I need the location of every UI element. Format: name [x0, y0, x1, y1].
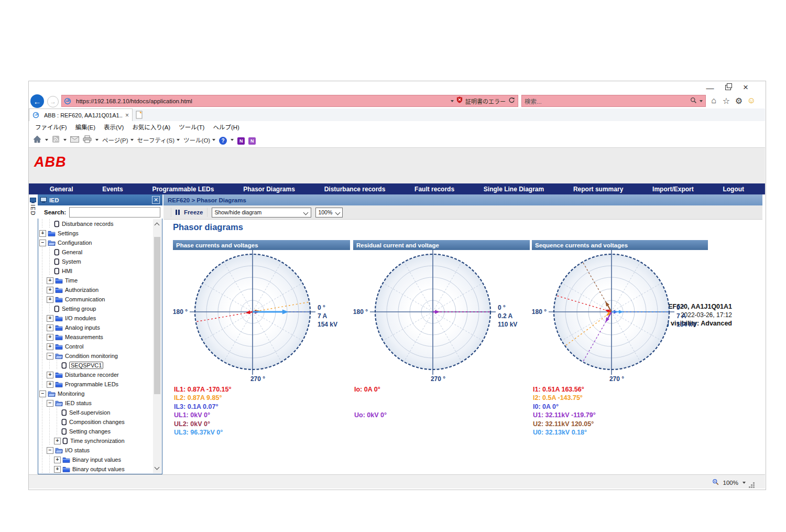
tools-menu[interactable]: ツール(O): [183, 136, 215, 144]
tree-item-time-synchronization[interactable]: +Time synchronization: [39, 436, 152, 446]
nav-item-single-line-diagram[interactable]: Single Line Diagram: [484, 186, 544, 193]
nav-item-disturbance-records[interactable]: Disturbance records: [324, 186, 386, 193]
safety-menu[interactable]: セーフティ(S): [137, 136, 180, 144]
new-tab-button[interactable]: [135, 110, 144, 122]
scroll-down-icon[interactable]: [155, 465, 160, 470]
menu-item-h[interactable]: ヘルプ(H): [209, 122, 243, 132]
expand-plus-icon[interactable]: +: [47, 324, 53, 331]
nav-item-logout[interactable]: Logout: [723, 186, 744, 193]
status-zoom-caret[interactable]: [743, 482, 746, 484]
collapse-minus-icon[interactable]: −: [39, 240, 46, 246]
restore-button[interactable]: [719, 82, 737, 93]
expand-plus-icon[interactable]: +: [47, 287, 53, 294]
show-hide-diagram-select[interactable]: Show/hide diagram: [212, 208, 311, 218]
tree-item-measurements[interactable]: +Measurements: [39, 332, 152, 342]
tree-item-settings[interactable]: +Settings: [39, 229, 152, 238]
diagram-zoom-select[interactable]: 100%: [315, 208, 343, 218]
menu-item-a[interactable]: お気に入り(A): [128, 122, 174, 132]
tree-item-disturbance-records[interactable]: Disturbance records: [39, 219, 152, 229]
onenote-clip-icon[interactable]: N: [248, 135, 256, 145]
feed-caret[interactable]: [63, 139, 67, 141]
collapse-minus-icon[interactable]: −: [47, 353, 53, 360]
expand-plus-icon[interactable]: +: [47, 381, 53, 388]
feedback-smiley-icon[interactable]: ☺: [745, 94, 758, 107]
mail-icon[interactable]: [70, 135, 79, 145]
tree-item-control[interactable]: +Control: [39, 342, 152, 351]
expand-plus-icon[interactable]: +: [47, 334, 53, 341]
menu-item-f[interactable]: ファイル(F): [31, 122, 71, 132]
home-icon[interactable]: ⌂: [707, 94, 720, 107]
expand-plus-icon[interactable]: +: [47, 315, 53, 322]
back-button[interactable]: ←: [30, 94, 44, 108]
resize-grip[interactable]: [753, 482, 755, 484]
menu-item-v[interactable]: 表示(V): [100, 122, 128, 132]
ied-vertical-tab[interactable]: IED: [30, 204, 36, 215]
tree-item-composition-changes[interactable]: Composition changes: [39, 417, 152, 427]
close-button[interactable]: ×: [737, 82, 755, 93]
browser-search-box[interactable]: 検索...: [521, 95, 706, 107]
expand-plus-icon[interactable]: +: [47, 296, 53, 303]
tree-item-binary-output-values[interactable]: +Binary output values: [39, 464, 152, 473]
forward-button[interactable]: →: [47, 96, 59, 107]
url-dropdown-caret[interactable]: [451, 100, 454, 102]
url-field[interactable]: https://192.168.2.10/htdocs/application.…: [61, 95, 518, 107]
nav-item-phasor-diagrams[interactable]: Phasor Diagrams: [243, 186, 295, 193]
collapse-minus-icon[interactable]: −: [39, 390, 46, 397]
tree-item-ied-status[interactable]: −IED status: [39, 398, 152, 408]
nav-item-general[interactable]: General: [50, 186, 73, 193]
search-dropdown-caret[interactable]: [700, 100, 703, 102]
tree-item-setting-group[interactable]: Setting group: [39, 304, 152, 313]
expand-plus-icon[interactable]: +: [47, 372, 53, 378]
tree-item-disturbance-recorder[interactable]: +Disturbance recorder: [39, 370, 152, 379]
tab-close-icon[interactable]: ×: [125, 112, 129, 119]
tree-item-self-supervision[interactable]: Self-supervision: [39, 408, 152, 417]
print-icon[interactable]: [83, 135, 92, 145]
help-caret[interactable]: [231, 139, 234, 141]
sidebar-scroll-thumb[interactable]: [154, 237, 160, 394]
nav-item-programmable-leds[interactable]: Programmable LEDs: [152, 186, 214, 193]
tree-item-hmi[interactable]: HMI: [39, 266, 152, 276]
tree-item-analog-inputs[interactable]: +Analog inputs: [39, 323, 152, 332]
collapse-minus-icon[interactable]: −: [47, 447, 53, 454]
minimize-button[interactable]: —: [701, 82, 719, 93]
feed-icon[interactable]: [52, 135, 60, 145]
tree-item-monitoring[interactable]: −Monitoring: [39, 389, 152, 398]
favorites-star-icon[interactable]: ☆: [720, 94, 733, 107]
freeze-button[interactable]: Freeze: [184, 209, 203, 215]
tree-item-seqspvc1[interactable]: SEQSPVC1: [39, 361, 152, 370]
tree-item-i-o-modules[interactable]: +I/O modules: [39, 313, 152, 323]
tree-item-communication[interactable]: +Communication: [39, 295, 152, 304]
expand-plus-icon[interactable]: +: [39, 230, 46, 237]
tree-item-general[interactable]: General: [39, 247, 152, 257]
tree-item-programmable-leds[interactable]: +Programmable LEDs: [39, 379, 152, 389]
menu-item-e[interactable]: 編集(E): [71, 122, 100, 132]
print-caret[interactable]: [95, 139, 99, 141]
tree-item-i-o-status[interactable]: −I/O status: [39, 446, 152, 455]
search-magnifier-icon[interactable]: [690, 96, 697, 106]
collapse-minus-icon[interactable]: −: [47, 400, 53, 407]
expand-plus-icon[interactable]: +: [47, 277, 53, 284]
home-command-icon[interactable]: [33, 135, 41, 145]
sidebar-search-input[interactable]: [69, 207, 160, 218]
scroll-up-icon[interactable]: [155, 223, 160, 228]
sidebar-close-icon[interactable]: ✕: [152, 196, 160, 204]
menu-item-t[interactable]: ツール(T): [174, 122, 209, 132]
active-tab[interactable]: ABB : REF620, AA1J1Q01A1.. ×: [29, 108, 133, 121]
status-zoom-icon[interactable]: [712, 478, 719, 487]
page-menu[interactable]: ページ(P): [102, 136, 134, 144]
tree-item-system[interactable]: System: [39, 257, 152, 266]
tree-item-condition-monitoring[interactable]: −Condition monitoring: [39, 351, 152, 361]
expand-plus-icon[interactable]: +: [54, 438, 61, 444]
nav-item-report-summary[interactable]: Report summary: [573, 186, 623, 193]
status-zoom-value[interactable]: 100%: [723, 480, 738, 486]
tree-item-time[interactable]: +Time: [39, 276, 152, 285]
nav-item-import-export[interactable]: Import/Export: [652, 186, 694, 193]
tree-item-setting-changes[interactable]: Setting changes: [39, 427, 152, 436]
tree-item-binary-input-values[interactable]: +Binary input values: [39, 455, 152, 464]
refresh-icon[interactable]: [508, 96, 515, 106]
onenote-icon[interactable]: N: [237, 135, 245, 145]
tree-item-authorization[interactable]: +Authorization: [39, 285, 152, 295]
home-command-caret[interactable]: [45, 139, 48, 141]
cert-error-text[interactable]: 証明書のエラー: [465, 97, 506, 105]
help-icon[interactable]: ?: [219, 135, 227, 145]
